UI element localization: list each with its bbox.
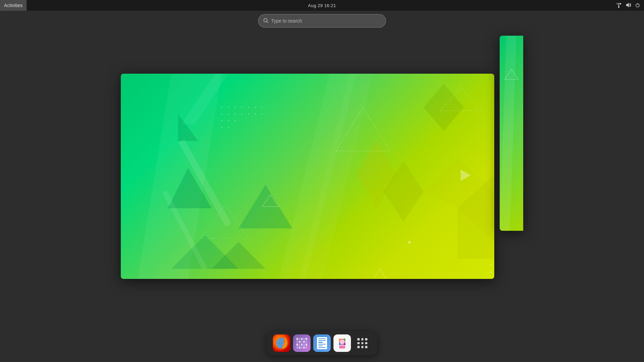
svg-point-30 (221, 107, 222, 108)
svg-point-45 (228, 120, 229, 121)
svg-line-9 (267, 22, 268, 23)
side-wallpaper (500, 36, 523, 231)
dock-item-software[interactable] (333, 334, 351, 352)
svg-rect-4 (618, 6, 619, 8)
activities-button[interactable]: Activities (0, 0, 27, 11)
svg-point-57 (408, 241, 411, 244)
svg-point-31 (228, 107, 229, 108)
svg-point-40 (241, 113, 243, 115)
dock-item-show-applications[interactable] (354, 334, 371, 352)
svg-point-33 (241, 107, 243, 108)
search-bar (258, 14, 386, 28)
svg-marker-5 (626, 3, 629, 7)
dock (267, 331, 377, 355)
svg-point-44 (221, 120, 222, 121)
svg-rect-0 (616, 3, 618, 4)
svg-point-36 (261, 107, 263, 108)
svg-point-82 (344, 338, 346, 340)
svg-point-32 (235, 107, 236, 108)
search-icon (263, 18, 269, 24)
svg-rect-2 (620, 3, 621, 4)
svg-point-8 (264, 19, 267, 22)
network-tray-icon[interactable] (615, 1, 622, 10)
svg-point-35 (255, 107, 256, 108)
svg-point-85 (344, 343, 346, 345)
dock-item-firefox[interactable] (273, 334, 290, 352)
svg-point-43 (261, 113, 263, 115)
power-tray-icon[interactable] (634, 1, 641, 10)
svg-point-63 (490, 265, 492, 266)
svg-point-48 (228, 127, 229, 128)
desktop-wallpaper (121, 74, 494, 279)
svg-point-34 (248, 107, 249, 108)
svg-rect-3 (618, 5, 619, 6)
svg-point-83 (339, 338, 341, 340)
main-window-preview[interactable] (121, 74, 494, 279)
search-container (258, 14, 386, 28)
svg-point-41 (248, 113, 249, 115)
svg-point-38 (228, 113, 229, 115)
svg-point-81 (341, 340, 344, 343)
dock-item-calendar[interactable] (293, 334, 311, 352)
svg-rect-86 (339, 346, 345, 349)
sound-tray-icon[interactable] (624, 1, 632, 10)
clock-display: Aug 29 16:21 (308, 3, 336, 8)
search-input[interactable] (271, 18, 381, 24)
workspace-area (0, 11, 644, 362)
svg-point-59 (490, 272, 492, 273)
svg-point-37 (221, 113, 222, 115)
svg-marker-23 (370, 269, 390, 279)
svg-point-84 (339, 343, 341, 345)
svg-marker-73 (500, 36, 516, 231)
svg-rect-1 (618, 3, 619, 4)
svg-point-47 (221, 127, 222, 128)
side-window-preview[interactable] (500, 36, 523, 231)
system-tray (615, 0, 641, 11)
dock-item-documents[interactable] (313, 334, 331, 352)
svg-marker-19 (424, 84, 464, 131)
top-bar: Activities Aug 29 16:21 (0, 0, 644, 11)
